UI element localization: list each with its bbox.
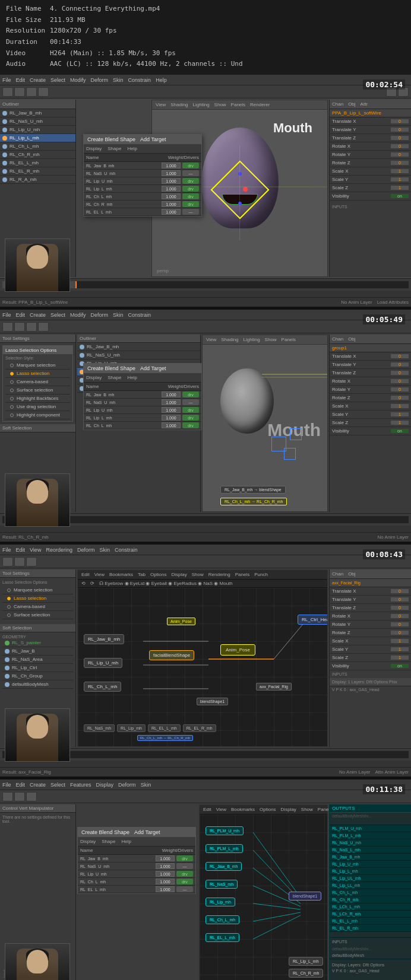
ol2-item[interactable]: RL_Jaw_B_mh — [77, 343, 200, 351]
node-3-anim[interactable]: Anim_Pose — [220, 644, 255, 656]
ch3-vis[interactable]: Visibilityon — [330, 662, 411, 670]
channel-translatey[interactable]: Translate Y 0 — [330, 126, 411, 134]
menu-create-2[interactable]: Create — [30, 312, 46, 318]
sel-option-component[interactable]: Highlight component — [5, 411, 70, 419]
extra-node-4b[interactable]: RL_Ch_R_mh — [289, 969, 323, 978]
tool-4a[interactable] — [2, 792, 13, 801]
blend4-row[interactable]: RL_NaS_U_mh 1.000 — — [78, 863, 195, 870]
node-small-2[interactable]: RL_Lip_mh — [117, 724, 146, 732]
blend4-row[interactable]: RL_Ch_L_mh 1.000 drv — [78, 878, 195, 886]
teal-list-item[interactable]: RL_Ch_L_mh — [330, 889, 411, 896]
ch3-ry[interactable]: Rotate Y0 — [330, 621, 411, 629]
teal-list-item[interactable]: RL_PLM_U_mh — [330, 825, 411, 832]
sel-option-marquee[interactable]: Marquee selection — [5, 361, 70, 370]
sel-option-backface[interactable]: Highlight Backfaces — [5, 394, 70, 403]
m3-file[interactable]: File — [2, 547, 11, 553]
ch2-sx[interactable]: Scale X1 — [330, 402, 411, 411]
m3-skin[interactable]: Skin — [99, 547, 110, 553]
teal-node-6[interactable]: RL_Ch_L_mh — [206, 915, 239, 924]
channel-scalez[interactable]: Scale Z 1 — [330, 184, 411, 192]
m3-view[interactable]: View — [30, 547, 41, 553]
menu-deform-2[interactable]: Deform — [91, 312, 109, 318]
node-3-1[interactable]: RL_Jaw_B_mh — [84, 634, 124, 644]
teal-list-item[interactable]: RL_Lip_L_mh — [330, 868, 411, 875]
s3-item[interactable]: RL_Jaw_B — [2, 647, 73, 656]
sel-option-camera[interactable]: Camera-based — [5, 378, 70, 386]
blend-row-2[interactable]: RL_Jaw_B_mh 1.000 drv — [84, 391, 201, 399]
m3-deform[interactable]: Deform — [77, 547, 95, 553]
menubar-2[interactable]: File Edit Create Select Modify Deform Sk… — [0, 310, 411, 320]
ch2-tx[interactable]: Translate X0 — [330, 352, 411, 361]
ch3-sz[interactable]: Scale Z1 — [330, 654, 411, 662]
teal-list-item[interactable]: RL_Ch_R_mh — [330, 896, 411, 903]
tool-select[interactable] — [2, 87, 13, 97]
teal-list-item[interactable]: RL_Lip_UL_mh — [330, 875, 411, 882]
teal-input-1[interactable]: defaultBodyMesh — [330, 952, 411, 959]
ch2-ry[interactable]: Rotate Y0 — [330, 386, 411, 394]
blend-row[interactable]: RL_Lip_U_mh 1.000 drv — [84, 177, 201, 185]
teal-list-item[interactable]: RL_NaS_L_mh — [330, 847, 411, 854]
teal-node-2[interactable]: RL_PLM_L_mh — [206, 844, 243, 853]
teal-list-item[interactable]: RL_LCh_R_mh — [330, 911, 411, 918]
blend-row[interactable]: RL_Jaw_B_mh 1.000 drv — [84, 162, 201, 170]
ch2-tz[interactable]: Translate Z0 — [330, 369, 411, 377]
blend-row-2[interactable]: RL_Lip_L_mh 1.000 drv — [84, 414, 201, 422]
s3-lasso[interactable]: Lasso selection — [2, 594, 73, 603]
blend-node-4[interactable]: blendShape1 — [289, 892, 321, 901]
teal-node-1[interactable]: RL_PLM_U_mh — [206, 826, 244, 835]
s3-item[interactable]: RL_S_painter — [2, 639, 73, 647]
teal-node-4[interactable]: RL_NaS_mh — [206, 880, 238, 889]
m4-file[interactable]: File — [2, 782, 11, 788]
outliner-item[interactable]: RL_NaS_U_mh — [0, 117, 75, 126]
teal-list-item[interactable]: RL_Lip_LL_mh — [330, 882, 411, 889]
ch2-sy[interactable]: Scale Y1 — [330, 411, 411, 419]
ch3-rz[interactable]: Rotate Z0 — [330, 629, 411, 637]
menu-file[interactable]: File — [2, 77, 11, 83]
node-3-3[interactable]: RL_Ch_L_mh — [84, 682, 121, 692]
teal-list-item[interactable]: RL_Lip_U_mh — [330, 861, 411, 868]
m4-select[interactable]: Select — [50, 782, 65, 788]
node-3-ctrl[interactable]: RL_Ctrl_Head — [298, 615, 327, 625]
conn-node-1[interactable]: RL_Ch_L_mh → RL_Ch_R_mh — [137, 735, 193, 741]
outliner-item[interactable]: RL_Jaw_B_mh — [0, 109, 75, 117]
outliner-item[interactable]: RL_EL_L_mh — [0, 159, 75, 167]
channel-translatex[interactable]: Translate X 0 — [330, 117, 411, 126]
ch2-sz[interactable]: Scale Z1 — [330, 419, 411, 427]
menu-edit[interactable]: Edit — [16, 77, 26, 83]
menubar-4[interactable]: File Edit Create Select Features Display… — [0, 779, 411, 790]
menu-select[interactable]: Select — [50, 77, 65, 83]
tool-btn-2b[interactable] — [14, 322, 25, 332]
ch3-sy[interactable]: Scale Y1 — [330, 645, 411, 654]
blend-row[interactable]: RL_Ch_R_mh 1.000 drv — [84, 201, 201, 208]
node-small-4[interactable]: RL_EL_R_mh — [183, 724, 216, 732]
sel-option-drag[interactable]: Use drag selection — [5, 403, 70, 411]
blend-row-2[interactable]: RL_Lip_U_mh 1.000 drv — [84, 406, 201, 414]
outliner-item[interactable]: RL_Ch_L_mh — [0, 142, 75, 151]
node-small-1[interactable]: RL_NaS_mh — [84, 724, 115, 732]
channel-visibility[interactable]: Visibility on — [330, 192, 411, 201]
blend4-row[interactable]: RL_Lip_U_mh 1.000 drv — [78, 870, 195, 878]
teal-list-item[interactable]: RL_EL_L_mh — [330, 918, 411, 925]
menu-edit-2[interactable]: Edit — [16, 312, 26, 318]
ch2-rz[interactable]: Rotate Z0 — [330, 394, 411, 402]
ch3-ty[interactable]: Translate Y0 — [330, 596, 411, 604]
teal-list-item[interactable]: RL_NaS_U_mh — [330, 839, 411, 847]
blend-row[interactable]: RL_EL_L_mh 1.000 — — [84, 208, 201, 216]
teal-list-item[interactable]: RL_PLM_L_mh — [330, 832, 411, 839]
tool-4c[interactable] — [26, 792, 37, 801]
sel-option-lasso[interactable]: Lasso selection — [5, 370, 70, 378]
s3-item[interactable]: RL_Ch_Group — [2, 672, 73, 680]
ch2-vis[interactable]: Visibilityon — [330, 427, 411, 435]
tool-move[interactable] — [14, 87, 25, 97]
m3-constrain[interactable]: Constrain — [115, 547, 138, 553]
teal-node-7[interactable]: RL_EL_L_mh — [206, 933, 239, 942]
node-small-3[interactable]: RL_EL_L_mh — [148, 724, 181, 732]
blend4-row[interactable]: RL_Jaw_B_mh 1.000 drv — [78, 855, 195, 863]
tool-rotate[interactable] — [26, 87, 37, 97]
blend-row-2[interactable]: RL_NaS_U_mh 1.000 — — [84, 399, 201, 406]
m4-edit[interactable]: Edit — [16, 782, 26, 788]
outliner-item[interactable]: RL_Lip_U_mh — [0, 126, 75, 134]
extra-node-4a[interactable]: RL_Lip_L_mh — [289, 957, 323, 966]
s3-item[interactable]: RL_NaS_Area — [2, 656, 73, 664]
outliner-item[interactable]: RL_R_A_mh — [0, 176, 75, 184]
